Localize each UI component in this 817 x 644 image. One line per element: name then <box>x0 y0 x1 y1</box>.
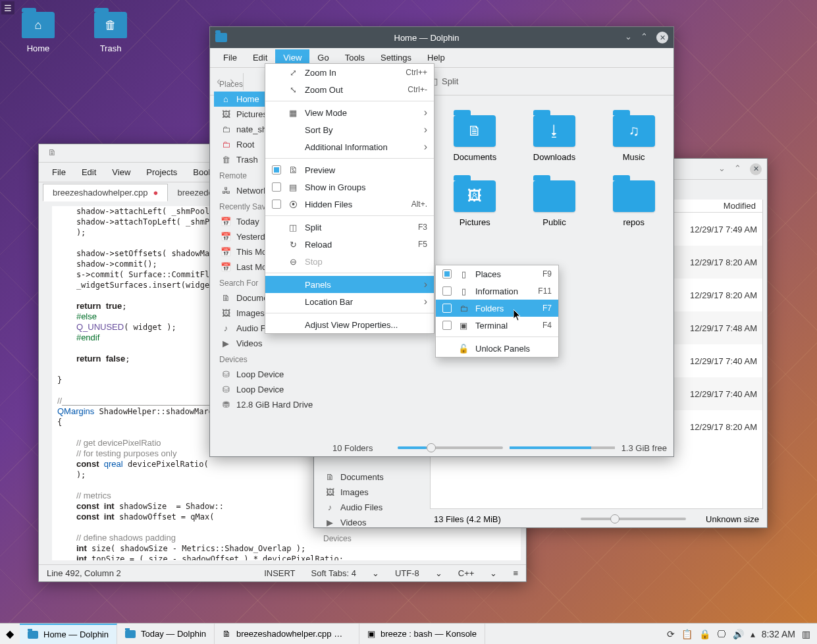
device-hdd[interactable]: ⛃12.8 GiB Hard Drive <box>214 397 325 412</box>
chevron-down-icon: ⌄ <box>372 568 379 578</box>
menu-split[interactable]: ◫SplitF3 <box>265 219 434 236</box>
image-icon: 🖼 <box>221 308 231 318</box>
menu-panels[interactable]: Panels <box>265 276 434 293</box>
task-entry[interactable]: ▣breeze : bash — Konsole <box>359 624 485 644</box>
dolphin2-statusbar: 13 Files (4.2 MiB) Unknown size <box>430 510 763 527</box>
column-modified[interactable]: Modified <box>666 201 762 211</box>
folder-documents[interactable]: 🗎Documents <box>442 115 508 162</box>
application-launcher[interactable]: ◆ <box>0 628 20 640</box>
home-icon: ⌂ <box>35 18 42 32</box>
menu-file[interactable]: File <box>215 49 245 66</box>
zoom-slider[interactable] <box>398 446 503 449</box>
checkbox-icon <box>272 182 281 192</box>
close-button[interactable]: ✕ <box>750 163 762 175</box>
folder-icon: 🗀 <box>458 304 469 313</box>
menu-reload[interactable]: ↻ReloadF5 <box>265 236 434 253</box>
folder-public[interactable]: Public <box>521 180 588 227</box>
menu-preview[interactable]: 🖻Preview <box>265 161 434 178</box>
folder-repos[interactable]: repos <box>600 180 667 227</box>
encoding[interactable]: UTF-8 <box>395 568 419 578</box>
menu-edit[interactable]: Edit <box>74 164 104 180</box>
menu-sort-by[interactable]: Sort By <box>265 121 434 138</box>
display-icon[interactable]: 🖵 <box>717 629 726 639</box>
calendar-icon: 📅 <box>221 247 231 257</box>
desktop-icon-label: Trash <box>84 43 137 53</box>
menu-addl-info[interactable]: Additional Information <box>265 138 434 155</box>
close-button[interactable]: ✕ <box>656 32 668 43</box>
preview-icon: 🖻 <box>288 165 298 175</box>
doc-icon: 🗎 <box>325 472 335 482</box>
sidebar-images[interactable]: 🖼Images <box>318 485 429 500</box>
audio-icon: ♪ <box>325 502 335 512</box>
folder-label: Pictures <box>460 217 490 227</box>
menu-hidden[interactable]: ⦿Hidden FilesAlt+. <box>265 196 434 213</box>
menu-adjust-view[interactable]: Adjust View Properties... <box>265 316 434 333</box>
search-videos[interactable]: ▶Videos <box>214 336 325 351</box>
tab-file-1[interactable]: breezeshadowhelper.cpp● <box>43 184 168 201</box>
minimize-icon[interactable]: ⌄ <box>718 163 730 175</box>
volume-icon[interactable]: 🔊 <box>733 629 744 639</box>
free-space: 1.3 GiB free <box>621 443 667 453</box>
checkbox-icon <box>442 304 452 313</box>
home-icon: ⌂ <box>221 94 231 104</box>
close-icon[interactable]: ● <box>153 188 159 198</box>
trash-icon: 🗑 <box>221 155 231 165</box>
desktop-icon-trash[interactable]: 🗑 Trash <box>84 12 137 53</box>
folder-pictures[interactable]: 🖼Pictures <box>442 180 508 227</box>
menu-projects[interactable]: Projects <box>138 164 185 180</box>
maximize-icon[interactable]: ⌃ <box>734 163 746 175</box>
desktop-icon-home[interactable]: ⌂ Home <box>12 12 65 53</box>
terminal-icon: ▣ <box>367 629 375 639</box>
device-loop1[interactable]: ⛁Loop Device <box>214 367 325 382</box>
folder-label: Music <box>623 152 645 162</box>
maximize-icon[interactable]: ⌃ <box>641 32 652 43</box>
clock[interactable]: 8:32 AM <box>762 629 795 639</box>
menu-file[interactable]: File <box>44 164 74 180</box>
menu-view[interactable]: View <box>104 164 138 180</box>
menu-location-bar[interactable]: Location Bar <box>265 293 434 310</box>
icon-view[interactable]: 🗎Documents⭳Downloads♫Music🖼PicturesPubli… <box>442 115 667 227</box>
disk-usage-bar <box>510 446 615 449</box>
language[interactable]: C++ <box>458 568 475 578</box>
task-label: breezeshadowhelper.cpp — ... <box>236 629 351 639</box>
taskbar: ◆ Home — DolphinToday — Dolphin🗎breezesh… <box>0 623 817 644</box>
clipboard-icon[interactable]: 📋 <box>681 629 693 639</box>
folder-downloads[interactable]: ⭳Downloads <box>521 115 588 162</box>
indent-mode[interactable]: Soft Tabs: 4 <box>311 568 356 578</box>
folder-type-icon: ⭳ <box>547 122 562 140</box>
panel-information[interactable]: ▯InformationF11 <box>436 282 558 300</box>
zoom-slider[interactable] <box>581 518 686 520</box>
menu-zoom-out[interactable]: ⤡Zoom OutCtrl+- <box>265 81 434 98</box>
show-desktop-icon[interactable]: ▥ <box>802 629 810 639</box>
folder-icon <box>28 631 38 639</box>
menu-zoom-in[interactable]: ⤢Zoom InCtrl++ <box>265 64 434 81</box>
panel-unlock[interactable]: 🔓Unlock Panels <box>436 340 558 357</box>
dolphin-titlebar[interactable]: Home — Dolphin ⌄ ⌃ ✕ <box>210 27 673 48</box>
sidebar-videos[interactable]: ▶Videos <box>318 515 429 530</box>
document-icon: 🗎 <box>48 148 60 159</box>
panel-terminal[interactable]: ▣TerminalF4 <box>436 317 558 334</box>
panel-folders[interactable]: 🗀FoldersF7 <box>436 300 558 317</box>
calendar-icon: 📅 <box>221 262 231 272</box>
sidebar-documents[interactable]: 🗎Documents <box>318 470 429 485</box>
lock-icon[interactable]: 🔒 <box>699 629 710 639</box>
update-icon[interactable]: ⟳ <box>667 629 675 639</box>
doc-icon: 🗎 <box>221 293 231 303</box>
sidebar-audio[interactable]: ♪Audio Files <box>318 500 429 515</box>
minimize-icon[interactable]: ⌄ <box>625 32 637 43</box>
checkbox-icon <box>442 321 452 330</box>
task-entry[interactable]: Home — Dolphin <box>20 624 117 644</box>
folder-icon <box>125 630 136 638</box>
task-entry[interactable]: Today — Dolphin <box>117 624 215 644</box>
device-loop2[interactable]: ⛁Loop Device <box>214 382 325 397</box>
unlock-icon: 🔓 <box>458 344 469 354</box>
panel-places[interactable]: ▯PlacesF9 <box>436 265 558 282</box>
folder-music[interactable]: ♫Music <box>600 115 667 162</box>
zoom-out-icon: ⤡ <box>288 85 298 95</box>
menu-view-mode[interactable]: ▦View Mode <box>265 104 434 121</box>
file-count: 13 Files (4.2 MiB) <box>434 514 501 524</box>
chevron-up-icon[interactable]: ▴ <box>751 629 755 639</box>
menu-groups[interactable]: ▤Show in Groups <box>265 178 434 196</box>
menu-icon[interactable]: ≡ <box>513 568 518 578</box>
task-entry[interactable]: 🗎breezeshadowhelper.cpp — ... <box>215 624 359 644</box>
